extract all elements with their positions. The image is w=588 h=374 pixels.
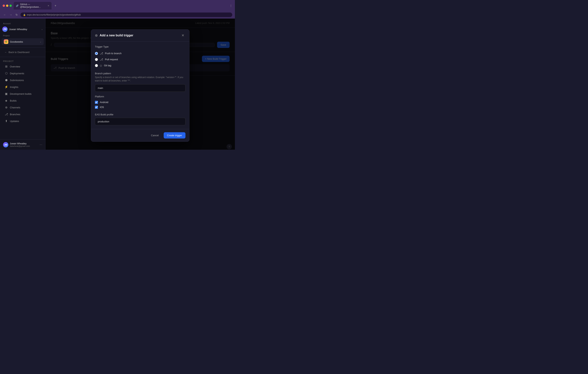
user-avatar: JW — [3, 142, 8, 147]
branches-icon: ⎇ — [5, 113, 8, 116]
tab-title: GitHub — @fiberjw/goodwee... — [20, 3, 46, 8]
github-tab-icon: 🔗 — [16, 5, 19, 7]
ios-checkbox[interactable] — [95, 106, 98, 109]
branch-pattern-title: Branch pattern — [95, 72, 185, 75]
sidebar-item-builds[interactable]: ◈ Builds — [1, 97, 44, 104]
app-body: Account JW Juwan Wheatley ⌄ Project 🌿 Go… — [0, 19, 235, 150]
url-prefix: expo.dev/ — [27, 13, 37, 16]
add-build-trigger-modal: ⊛ Add a new build trigger ✕ Trigger Type… — [91, 29, 189, 142]
insights-icon: ⚡ — [5, 85, 8, 89]
traffic-lights — [3, 5, 12, 7]
sidebar-label-deployments: Deployments — [10, 72, 24, 75]
overview-icon: ⊞ — [5, 65, 8, 68]
modal-title-icon: ⊛ — [95, 33, 98, 38]
branch-pattern-desc: Specify a branch or set of branches usin… — [95, 75, 185, 82]
push-to-branch-label: Push to branch — [105, 52, 121, 55]
eas-section: EAS Build profile — [95, 113, 185, 125]
android-label: Android — [100, 101, 108, 104]
sidebar-item-overview[interactable]: ⊞ Overview — [1, 63, 44, 70]
sidebar-item-deployments[interactable]: ⬡ Deployments — [1, 70, 44, 76]
pull-request-radio[interactable] — [95, 58, 98, 61]
url-text: expo.dev/accounts/fiberjw/projects/goodw… — [27, 13, 81, 16]
browser-menu-icon[interactable]: ⋮ — [230, 4, 232, 7]
account-section-label: Account — [0, 21, 45, 25]
sidebar-label-channels: Channels — [10, 106, 20, 109]
url-path: accounts/fiberjw/projects/goodweebs/gith… — [37, 13, 81, 16]
sidebar-label-insights: Insights — [10, 86, 18, 88]
updates-icon: ⬆ — [5, 119, 8, 123]
modal-overlay[interactable]: ⊛ Add a new build trigger ✕ Trigger Type… — [45, 19, 235, 150]
sidebar-label-development-builds: Development builds — [10, 92, 32, 95]
create-trigger-button[interactable]: Create trigger — [164, 132, 185, 139]
channels-icon: ⊛ — [5, 106, 8, 109]
close-tab-button[interactable]: ✕ — [48, 5, 49, 7]
back-arrow-icon: ← — [5, 51, 7, 53]
sidebar-label-submissions: Submissions — [10, 79, 24, 82]
push-to-branch-radio[interactable] — [95, 52, 98, 55]
pull-request-option[interactable]: ⎇ Pull request — [95, 56, 185, 63]
submissions-icon: ⬢ — [5, 78, 8, 82]
account-name: Juwan Wheatley — [9, 28, 40, 31]
modal-body: Trigger Type ⎇ Push to branch ⎇ Pull req… — [91, 42, 189, 129]
sidebar-label-updates: Updates — [10, 120, 19, 123]
sidebar-bottom: JW Juwan Wheatley datwheat@gmail.com ⋯ — [0, 139, 45, 150]
trigger-type-label: Trigger Type — [95, 45, 185, 48]
android-option[interactable]: Android — [95, 100, 185, 105]
sidebar-item-insights[interactable]: ⚡ Insights — [1, 84, 44, 90]
sidebar-item-channels[interactable]: ⊛ Channels — [1, 104, 44, 111]
ios-option[interactable]: iOS — [95, 105, 185, 110]
branch-pattern-section: Branch pattern Specify a branch or set o… — [95, 72, 185, 92]
project-chevron-icon: ⌄ — [40, 40, 42, 43]
sidebar-label-branches: Branches — [10, 113, 20, 116]
push-to-branch-option[interactable]: ⎇ Push to branch — [95, 50, 185, 56]
git-tag-label: Git tag — [104, 64, 111, 67]
close-window-button[interactable] — [3, 5, 5, 7]
git-tag-icon: ◇ — [100, 64, 102, 67]
user-more-icon[interactable]: ⋯ — [40, 143, 42, 146]
pull-request-label: Pull request — [105, 58, 118, 61]
pull-request-icon: ⎇ — [100, 58, 103, 61]
android-checkbox[interactable] — [95, 101, 98, 104]
modal-header: ⊛ Add a new build trigger ✕ — [91, 30, 189, 42]
maximize-window-button[interactable] — [10, 5, 12, 7]
reload-button[interactable]: ↻ — [15, 13, 19, 17]
address-bar[interactable]: 🔒 expo.dev/accounts/fiberjw/projects/goo… — [21, 12, 232, 17]
branch-pattern-input[interactable] — [95, 84, 185, 92]
ios-label: iOS — [100, 106, 104, 108]
project-section-label: Project — [0, 33, 45, 38]
modal-title-row: ⊛ Add a new build trigger — [95, 33, 133, 38]
sidebar: Account JW Juwan Wheatley ⌄ Project 🌿 Go… — [0, 19, 45, 150]
nav-section-title: Project — [0, 59, 45, 63]
forward-nav-button[interactable]: → — [9, 13, 13, 17]
builds-icon: ◈ — [5, 99, 8, 102]
dev-builds-icon: ▣ — [5, 92, 8, 96]
sidebar-item-submissions[interactable]: ⬢ Submissions — [1, 77, 44, 83]
sidebar-item-updates[interactable]: ⬆ Updates — [1, 118, 44, 124]
sidebar-item-development-builds[interactable]: ▣ Development builds — [1, 91, 44, 97]
lock-icon: 🔒 — [23, 14, 26, 16]
sidebar-divider-1 — [0, 47, 45, 48]
git-tag-option[interactable]: ◇ Git tag — [95, 63, 185, 69]
modal-close-button[interactable]: ✕ — [180, 33, 185, 38]
back-nav-button[interactable]: ← — [3, 13, 7, 17]
account-chevron-icon: ⌄ — [41, 28, 43, 31]
git-tag-radio[interactable] — [95, 64, 98, 67]
account-avatar: JW — [2, 27, 8, 32]
project-selector[interactable]: 🌿 Goodweebs ⌄ — [1, 38, 44, 45]
cancel-button[interactable]: Cancel — [148, 132, 162, 139]
eas-build-profile-input[interactable] — [95, 118, 185, 125]
browser-tab[interactable]: 🔗 GitHub — @fiberjw/goodwee... ✕ — [14, 2, 52, 10]
new-tab-button[interactable]: + — [53, 3, 58, 8]
user-name: Juwan Wheatley — [10, 142, 38, 145]
back-to-dashboard-item[interactable]: ← Back to Dashboard — [1, 49, 44, 55]
account-selector[interactable]: JW Juwan Wheatley ⌄ — [0, 25, 45, 33]
sidebar-item-branches[interactable]: ⎇ Branches — [1, 111, 44, 118]
main-content: FiberJW/goodweebs Latest push: Nov 6, 20… — [45, 19, 235, 150]
project-icon: 🌿 — [4, 39, 8, 44]
sidebar-label-builds: Builds — [10, 99, 16, 102]
minimize-window-button[interactable] — [6, 5, 8, 7]
eas-build-profile-title: EAS Build profile — [95, 113, 185, 116]
tab-bar: 🔗 GitHub — @fiberjw/goodwee... ✕ + — [14, 2, 228, 10]
deployments-icon: ⬡ — [5, 72, 8, 75]
user-email: datwheat@gmail.com — [10, 145, 38, 147]
